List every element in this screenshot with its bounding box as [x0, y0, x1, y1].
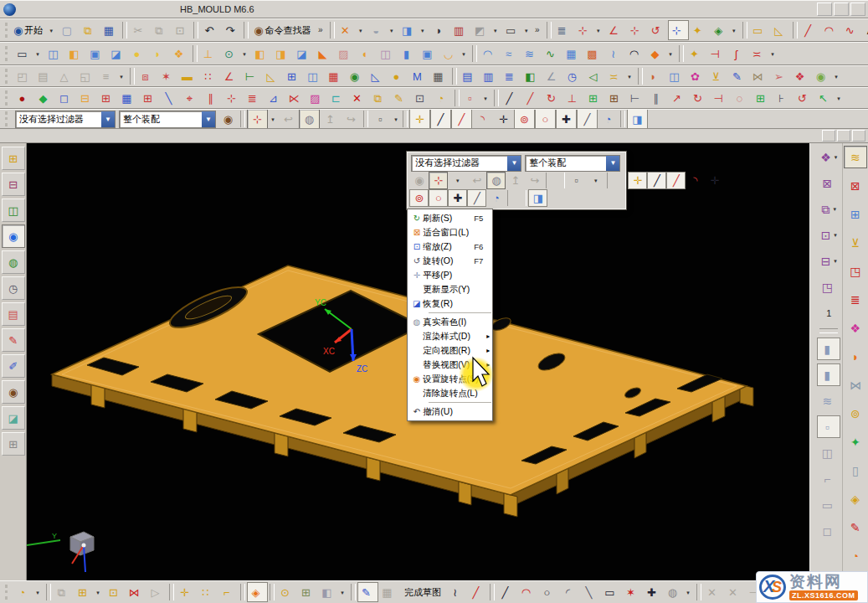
boolean-icon[interactable]: ⊙: [220, 44, 241, 64]
edit-key-icon[interactable]: ✦: [686, 44, 706, 64]
snap-circle-icon[interactable]: ○: [429, 189, 448, 207]
mold-face-icon[interactable]: ◗: [844, 345, 867, 368]
close-view-icon[interactable]: ✕: [336, 20, 357, 40]
snap-midpoint-icon[interactable]: ╱: [451, 109, 472, 129]
chain-icon[interactable]: ⊙: [276, 582, 297, 602]
slope-icon[interactable]: ◺: [367, 66, 388, 86]
float-filter-combo[interactable]: 没有选择过滤器 ▼: [411, 155, 521, 172]
menu-information[interactable]: [101, 8, 113, 11]
check-geometry-icon[interactable]: ▦: [325, 66, 346, 86]
mold-tool2-icon[interactable]: ◫: [665, 66, 686, 86]
slab-icon[interactable]: ▨: [335, 44, 356, 64]
list-icon[interactable]: ▥: [480, 66, 501, 86]
menu-edit[interactable]: [31, 8, 43, 11]
snap-quadrant-icon[interactable]: ◔: [598, 109, 619, 129]
corner-box-icon[interactable]: ⊏: [327, 88, 348, 108]
broom-icon[interactable]: ✎: [390, 88, 411, 108]
lines-icon[interactable]: ≣: [501, 66, 521, 86]
datum-axis-icon[interactable]: ∠: [605, 20, 626, 40]
mold-ball-icon[interactable]: ◔: [844, 544, 867, 567]
mold-tool4-icon[interactable]: ⊻: [707, 66, 728, 86]
target-icon[interactable]: ⌖: [181, 88, 202, 108]
mold-tool6-icon[interactable]: ⋈: [749, 66, 770, 86]
background-icon[interactable]: ▭: [502, 20, 523, 40]
split-box-icon[interactable]: ⊟: [76, 88, 97, 108]
section-view-icon[interactable]: ▥: [450, 20, 471, 40]
pattern-brown-icon[interactable]: ⊞: [605, 88, 626, 108]
datum-csys-icon[interactable]: ⊹: [574, 20, 595, 40]
palettes-tab[interactable]: ▤: [2, 302, 25, 326]
sketch-arc-icon[interactable]: ◠: [517, 582, 538, 602]
mold-split-icon[interactable]: ❖▾: [817, 146, 840, 168]
menu-preferences[interactable]: [125, 8, 136, 11]
sphere-icon[interactable]: ●: [128, 44, 149, 64]
sheet2-icon[interactable]: ≈: [500, 44, 521, 64]
sweep-icon[interactable]: ◡: [439, 44, 460, 64]
corner-l-icon[interactable]: ⊢: [626, 88, 647, 108]
snap-midpoint-icon[interactable]: ╱: [666, 172, 686, 189]
snap-center-icon[interactable]: ⊚: [409, 189, 429, 207]
pattern-icon[interactable]: ⊞: [297, 582, 318, 602]
mirror-assembly-icon[interactable]: ⋈: [126, 582, 146, 602]
selection-scope-combo[interactable]: 整个装配 ▼: [119, 111, 216, 128]
rotate-icon[interactable]: ↻: [542, 88, 563, 108]
transform2-icon[interactable]: ╱: [521, 88, 542, 108]
start-dropdown[interactable]: ▾: [48, 20, 58, 40]
hat-surface-icon[interactable]: ◠: [625, 44, 646, 64]
mold-stack-icon[interactable]: ≣: [844, 288, 867, 311]
offset-icon[interactable]: ⊣: [710, 88, 731, 108]
angle-icon[interactable]: ∠: [542, 66, 563, 86]
part-list-icon[interactable]: ≣: [553, 20, 574, 40]
start-button[interactable]: ◉开始: [10, 20, 48, 40]
floating-selection-toolbar[interactable]: 没有选择过滤器 ▼ 整个装配 ▼ ◉⊹▾↩◍↥↪▫▾✛╱╱◝✛ ⊚○✚╱◔◨: [407, 152, 626, 209]
chevron-down-icon[interactable]: ▼: [606, 156, 619, 171]
mold-stamp-icon[interactable]: ❖: [844, 317, 867, 339]
pink-box-icon[interactable]: ▨: [306, 88, 327, 108]
marquee-select-icon[interactable]: ▫: [567, 172, 586, 189]
xform-curve-icon[interactable]: ≍: [748, 44, 769, 64]
child-minimize-button[interactable]: [822, 130, 835, 142]
mold-copy-icon[interactable]: ⧉▾: [817, 198, 840, 220]
mold-core-icon[interactable]: ⊠: [844, 174, 867, 197]
quilt-icon[interactable]: ▦: [562, 44, 583, 64]
block-icon[interactable]: ◧: [251, 44, 272, 64]
add-component-icon[interactable]: ⊞: [74, 582, 95, 602]
radius-icon[interactable]: ∠: [220, 66, 241, 86]
cylinder-icon[interactable]: ▮: [398, 44, 419, 64]
menu-undo[interactable]: ↶ 撤消(U): [408, 405, 491, 419]
mold-layers-icon[interactable]: ≋: [844, 146, 867, 168]
grid-cross-icon[interactable]: ⊞: [139, 88, 160, 108]
child-restore-button[interactable]: [837, 130, 850, 142]
internet-explorer-tab[interactable]: ◉: [2, 224, 25, 248]
pipe-icon[interactable]: ◖: [356, 44, 377, 64]
sketch-line-red-icon[interactable]: ╱: [467, 582, 488, 602]
dashed-box-icon[interactable]: ▫: [461, 88, 482, 108]
marquee-select-icon[interactable]: ▫: [370, 109, 391, 129]
rotate2-icon[interactable]: ↻: [689, 88, 710, 108]
menu-format[interactable]: [66, 8, 78, 11]
selection-filter-combo[interactable]: 没有选择过滤器 ▼: [15, 111, 116, 128]
display-cube-icon[interactable]: ◨: [398, 20, 419, 40]
join-curve-icon[interactable]: ʃ: [727, 44, 748, 64]
mold-ysplit-icon[interactable]: ⊻: [844, 231, 867, 254]
component-array-icon[interactable]: ∷: [197, 582, 218, 602]
measure-body-icon[interactable]: ⧈: [136, 66, 157, 86]
profile-icon[interactable]: ≀: [446, 582, 467, 602]
snap-arc-icon[interactable]: ◝: [686, 172, 705, 189]
block2-icon[interactable]: ◨: [272, 44, 293, 64]
menu-view[interactable]: [43, 8, 54, 11]
clock-icon[interactable]: ◷: [563, 66, 584, 86]
restore-button[interactable]: [834, 3, 849, 16]
mold-frame-icon[interactable]: ◳: [844, 260, 867, 282]
minimize-button[interactable]: [817, 3, 832, 16]
menu-refresh[interactable]: ↻ 刷新(S) F5: [408, 211, 491, 225]
mold-patch-icon[interactable]: ⊠: [817, 172, 840, 194]
dashed-circle-icon[interactable]: ◌: [731, 88, 752, 108]
menu-gc-toolbox[interactable]: [148, 8, 160, 11]
menu-true-shading[interactable]: ◍ 真实着色(I): [408, 315, 491, 329]
navigator-icon[interactable]: ◈: [710, 20, 731, 40]
pattern2-icon[interactable]: ⊞: [752, 88, 773, 108]
snap-grid-icon[interactable]: ✛: [409, 109, 430, 129]
shaded-view-icon[interactable]: ◑: [429, 20, 450, 40]
command-finder-button[interactable]: ◉命令查找器: [250, 20, 316, 40]
